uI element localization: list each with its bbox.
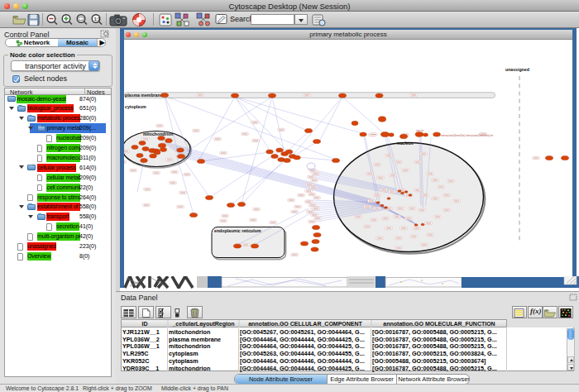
svg-text:nucleus: nucleus bbox=[397, 141, 414, 146]
svg-text:mitochondrion: mitochondrion bbox=[143, 131, 173, 136]
svg-text:cytoplasm: cytoplasm bbox=[125, 104, 146, 109]
svg-text:plasma membrane: plasma membrane bbox=[125, 93, 163, 98]
svg-text:1:1: 1:1 bbox=[94, 17, 100, 22]
svg-text:unassigned: unassigned bbox=[505, 67, 529, 72]
svg-text:endoplasmic reticulum: endoplasmic reticulum bbox=[214, 228, 261, 233]
svg-text:interaction(GeneXw) interactio: interaction(GeneXw) interaction(GeneXw) … bbox=[441, 134, 493, 137]
svg-text:nnn nn: nnn nn bbox=[416, 129, 424, 132]
